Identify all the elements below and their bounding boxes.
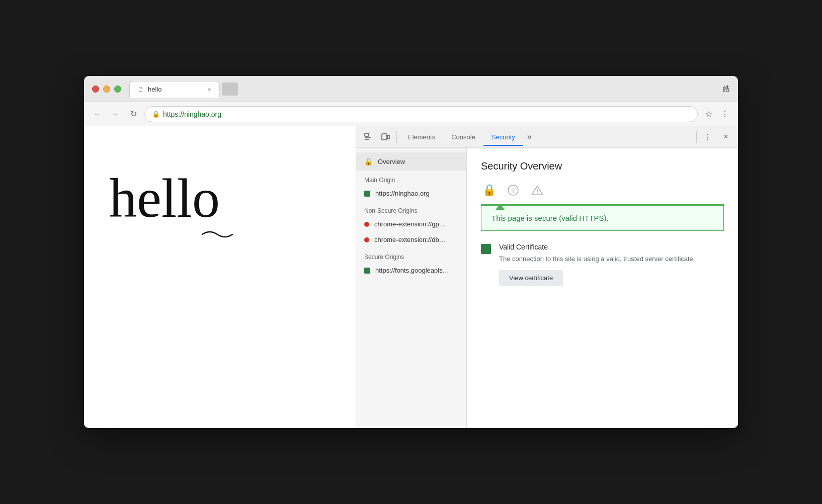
cert-title: Valid Certificate — [499, 243, 695, 251]
secure-origins-label: Secure Origins — [356, 247, 466, 263]
back-button[interactable]: ← — [90, 107, 104, 121]
svg-rect-1 — [365, 133, 369, 136]
green-square-icon-2 — [364, 268, 370, 274]
close-button[interactable] — [92, 86, 99, 93]
security-main-panel: Security Overview 🔒 — [467, 148, 738, 428]
tab-page-icon: 🗋 — [138, 86, 144, 93]
devtools-close-button[interactable]: × — [718, 129, 734, 145]
browser-window: 🗋 hello × 皓 ← → ↻ 🔒 https://ninghao.org … — [84, 76, 738, 428]
non-secure-url-1: chrome-extension://gp… — [374, 220, 446, 228]
security-icons-row: 🔒 — [481, 182, 724, 198]
secure-lock-icon: 🔒 — [481, 182, 497, 198]
green-square-icon — [364, 191, 370, 197]
more-tabs-button[interactable]: » — [523, 132, 536, 141]
address-bar[interactable]: 🔒 https://ninghao.org — [144, 106, 698, 122]
lock-icon: 🔒 — [364, 157, 373, 165]
devtools-panel: Elements Console Security » ⋮ × 🔒 Over — [356, 126, 738, 428]
browser-tab[interactable]: 🗋 hello × — [129, 81, 220, 98]
toolbar-separator — [396, 131, 397, 143]
certificate-section: Valid Certificate The connection to this… — [481, 243, 724, 286]
non-secure-origins-label: Non-Secure Origins — [356, 201, 466, 216]
main-origin-section-label: Main Origin — [356, 171, 466, 186]
devtools-toolbar: Elements Console Security » ⋮ × — [356, 126, 738, 148]
cert-info-row: Valid Certificate The connection to this… — [481, 243, 724, 286]
address-url: https://ninghao.org — [163, 110, 221, 118]
new-tab-button[interactable] — [222, 82, 238, 96]
secure-origin-1[interactable]: https://fonts.googleapis… — [356, 263, 466, 278]
non-secure-origin-1[interactable]: chrome-extension://gp… — [356, 216, 466, 232]
webpage-content: hello — [84, 126, 356, 428]
status-pointer — [495, 204, 505, 210]
inspect-element-button[interactable] — [360, 129, 376, 145]
main-origin-url: https://ninghao.org — [375, 190, 430, 197]
tab-close-button[interactable]: × — [207, 86, 211, 94]
main-origin-item[interactable]: https://ninghao.org — [356, 186, 466, 201]
tab-security[interactable]: Security — [483, 129, 523, 146]
more-menu-button[interactable]: ⋮ — [718, 107, 732, 121]
red-dot-icon — [364, 222, 369, 227]
info-circle-icon — [505, 182, 521, 198]
devtools-body: 🔒 Overview Main Origin https://ninghao.o… — [356, 148, 738, 428]
sidebar-item-overview[interactable]: 🔒 Overview — [356, 152, 466, 171]
sidebar-overview-label: Overview — [378, 158, 405, 165]
devtools-right-controls: ⋮ × — [700, 129, 734, 145]
devtools-tabs: Elements Console Security » — [400, 129, 693, 145]
valid-cert-icon — [481, 244, 491, 254]
secure-url-1: https://fonts.googleapis… — [375, 267, 449, 274]
tab-title: hello — [148, 86, 161, 93]
cert-content: Valid Certificate The connection to this… — [499, 243, 695, 286]
forward-button[interactable]: → — [108, 107, 122, 121]
security-status-container: This page is secure (valid HTTPS). — [481, 204, 724, 231]
main-content: hello — [84, 126, 738, 428]
non-secure-origin-2[interactable]: chrome-extension://db… — [356, 232, 466, 247]
security-lock-icon: 🔒 — [152, 110, 160, 118]
nav-right-buttons: ☆ ⋮ — [702, 107, 732, 121]
view-certificate-button[interactable]: View certificate — [499, 270, 563, 286]
tab-bar: 🗋 hello × — [129, 81, 723, 97]
svg-rect-5 — [387, 135, 389, 139]
maximize-button[interactable] — [114, 86, 121, 93]
profile-label[interactable]: 皓 — [723, 85, 730, 94]
device-toolbar-button[interactable] — [377, 129, 393, 145]
traffic-lights — [92, 86, 121, 93]
minimize-button[interactable] — [103, 86, 110, 93]
svg-text:hello: hello — [109, 167, 220, 229]
svg-rect-4 — [382, 134, 387, 140]
reload-button[interactable]: ↻ — [126, 107, 140, 121]
warning-triangle-icon — [529, 182, 545, 198]
cert-description: The connection to this site is using a v… — [499, 254, 695, 264]
svg-point-10 — [537, 193, 538, 194]
nav-bar: ← → ↻ 🔒 https://ninghao.org ☆ ⋮ — [84, 102, 738, 126]
tab-elements[interactable]: Elements — [400, 129, 443, 146]
svg-point-7 — [513, 188, 514, 189]
devtools-sidebar: 🔒 Overview Main Origin https://ninghao.o… — [356, 148, 467, 428]
devtools-settings-button[interactable]: ⋮ — [700, 129, 716, 145]
bookmark-button[interactable]: ☆ — [702, 107, 716, 121]
hello-handwriting: hello — [104, 146, 265, 247]
toolbar-separator-2 — [696, 131, 697, 143]
security-panel-title: Security Overview — [481, 160, 724, 172]
title-bar: 🗋 hello × 皓 — [84, 76, 738, 102]
non-secure-url-2: chrome-extension://db… — [374, 236, 446, 243]
red-dot-icon-2 — [364, 237, 369, 242]
url-protocol: https:// — [163, 110, 184, 118]
url-domain: ninghao.org — [184, 110, 221, 118]
security-status-box: This page is secure (valid HTTPS). — [481, 204, 724, 231]
security-status-text: This page is secure (valid HTTPS). — [491, 214, 713, 222]
tab-console[interactable]: Console — [443, 129, 483, 146]
